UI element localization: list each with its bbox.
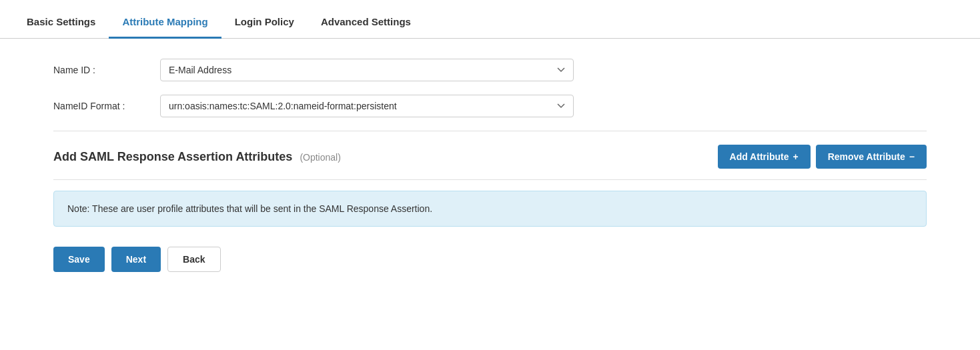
nameid-format-row: NameID Format : urn:oasis:names:tc:SAML:…: [53, 95, 927, 117]
remove-attribute-label: Remove Attribute: [828, 151, 905, 162]
tab-basic-settings-label: Basic Settings: [27, 16, 95, 27]
name-id-label: Name ID :: [53, 65, 160, 75]
add-attribute-icon: +: [793, 151, 798, 162]
save-button[interactable]: Save: [53, 247, 105, 272]
name-id-row: Name ID : E-Mail Address Username Phone: [53, 59, 927, 81]
note-text: Note: These are user profile attributes …: [67, 203, 913, 214]
tab-advanced-settings[interactable]: Advanced Settings: [308, 7, 424, 39]
name-id-select[interactable]: E-Mail Address Username Phone: [160, 59, 574, 81]
divider-1: [53, 131, 927, 131]
tab-advanced-settings-label: Advanced Settings: [321, 16, 411, 27]
tab-attribute-mapping[interactable]: Attribute Mapping: [109, 7, 221, 39]
tab-basic-settings[interactable]: Basic Settings: [13, 7, 109, 39]
section-heading: Add SAML Response Assertion Attributes (…: [53, 150, 341, 164]
nameid-format-select[interactable]: urn:oasis:names:tc:SAML:2.0:nameid-forma…: [160, 95, 574, 117]
section-heading-row: Add SAML Response Assertion Attributes (…: [53, 145, 927, 180]
section-optional-label: (Optional): [300, 152, 340, 163]
section-heading-text: Add SAML Response Assertion Attributes: [53, 150, 292, 163]
remove-attribute-button[interactable]: Remove Attribute −: [816, 145, 927, 169]
add-attribute-button[interactable]: Add Attribute +: [718, 145, 811, 169]
tab-login-policy-label: Login Policy: [235, 16, 294, 27]
tab-bar: Basic Settings Attribute Mapping Login P…: [0, 0, 980, 39]
add-attribute-label: Add Attribute: [730, 151, 789, 162]
back-button[interactable]: Back: [167, 247, 220, 272]
main-content: Name ID : E-Mail Address Username Phone …: [0, 39, 980, 292]
attribute-action-buttons: Add Attribute + Remove Attribute −: [718, 145, 927, 169]
next-button[interactable]: Next: [111, 247, 161, 272]
nameid-format-label: NameID Format :: [53, 101, 160, 111]
note-box: Note: These are user profile attributes …: [53, 191, 927, 227]
tab-attribute-mapping-label: Attribute Mapping: [122, 16, 207, 27]
footer-buttons: Save Next Back: [53, 247, 927, 272]
remove-attribute-icon: −: [909, 151, 915, 162]
tab-login-policy[interactable]: Login Policy: [221, 7, 308, 39]
